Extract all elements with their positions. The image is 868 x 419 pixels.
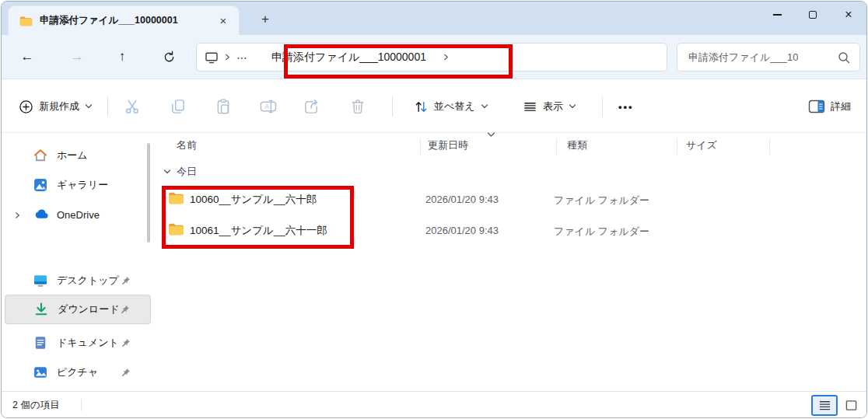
expand-chevron-icon[interactable] bbox=[14, 211, 21, 219]
close-icon: × bbox=[845, 9, 852, 21]
details-pane-icon bbox=[808, 99, 825, 114]
refresh-icon bbox=[163, 51, 176, 64]
back-button[interactable]: ← bbox=[13, 44, 41, 70]
downloads-icon bbox=[33, 302, 49, 317]
pictures-icon bbox=[33, 365, 48, 380]
search-icon bbox=[837, 51, 851, 68]
column-header-date[interactable]: 更新日時 bbox=[428, 138, 468, 152]
folder-icon bbox=[168, 191, 184, 208]
new-button[interactable]: 新規作成 bbox=[14, 80, 97, 133]
address-bar[interactable]: ⋯ 申請添付ファイル___10000001 bbox=[196, 43, 667, 72]
sidebar-scrollbar[interactable] bbox=[147, 143, 150, 243]
search-value: 申請添付ファイル___10 bbox=[688, 51, 798, 65]
breadcrumb-current-folder[interactable]: 申請添付ファイル___10000001 bbox=[271, 51, 426, 65]
sidebar-item-label: ピクチャ bbox=[57, 365, 98, 379]
more-options-button[interactable]: ••• bbox=[618, 80, 634, 133]
tab-bar: 申請添付ファイル___10000001 × + × bbox=[2, 2, 866, 35]
tab-title: 申請添付ファイル___10000001 bbox=[40, 14, 214, 27]
chevron-down-icon bbox=[569, 103, 576, 110]
column-divider[interactable] bbox=[556, 138, 557, 155]
sidebar-item-home[interactable]: ホーム bbox=[5, 142, 151, 168]
window-controls: × bbox=[759, 2, 866, 28]
sidebar-item-pictures[interactable]: ピクチャ bbox=[5, 359, 151, 385]
status-divider bbox=[81, 399, 82, 411]
refresh-button[interactable] bbox=[155, 44, 183, 70]
share-button[interactable] bbox=[303, 98, 320, 114]
status-bar: 2 個の項目 bbox=[2, 391, 866, 417]
cut-icon bbox=[124, 98, 141, 114]
sidebar-item-label: ドキュメント bbox=[57, 336, 119, 350]
minimize-icon bbox=[773, 14, 782, 15]
breadcrumb-overflow-button[interactable]: ⋯ bbox=[236, 51, 248, 64]
this-pc-icon bbox=[205, 51, 219, 65]
breadcrumb-chevron-icon bbox=[224, 53, 231, 61]
onedrive-cloud-icon bbox=[33, 208, 48, 223]
new-plus-icon bbox=[19, 100, 33, 114]
group-header-today[interactable]: 今日 bbox=[163, 165, 197, 179]
delete-button[interactable] bbox=[350, 98, 366, 114]
chevron-down-icon bbox=[481, 103, 488, 110]
file-date: 2026/01/20 9:43 bbox=[425, 225, 499, 236]
maximize-button[interactable] bbox=[795, 2, 831, 28]
file-name: 10061__サンプル__六十一郎 bbox=[190, 224, 327, 238]
close-button[interactable]: × bbox=[831, 2, 866, 28]
sort-button[interactable]: 並べ替え bbox=[409, 80, 493, 133]
column-header-name[interactable]: 名前 bbox=[177, 138, 197, 152]
sidebar-item-label: デスクトップ bbox=[57, 274, 119, 288]
icons-view-icon bbox=[845, 400, 858, 411]
sidebar-item-label: OneDrive bbox=[57, 209, 100, 221]
file-date: 2026/01/20 9:43 bbox=[425, 194, 499, 205]
view-button[interactable]: 表示 bbox=[518, 80, 581, 133]
up-button[interactable]: ↑ bbox=[108, 44, 136, 70]
file-list: 名前 更新日時 種類 サイズ 今日 10060__サンプル__六十郎 2026/… bbox=[157, 134, 866, 391]
toolbar-divider bbox=[107, 96, 108, 117]
details-label: 詳細 bbox=[831, 100, 851, 113]
file-type: ファイル フォルダー bbox=[554, 225, 649, 239]
sidebar-item-gallery[interactable]: ギャラリー bbox=[5, 172, 151, 197]
sidebar-item-onedrive[interactable]: OneDrive bbox=[5, 202, 151, 228]
column-header-type[interactable]: 種類 bbox=[567, 138, 587, 152]
folder-icon bbox=[168, 222, 184, 239]
home-icon bbox=[33, 148, 48, 163]
breadcrumb-chevron-icon bbox=[443, 53, 450, 61]
navigation-bar: ← → ↑ ⋯ 申請添付ファイル___10000001 申請添付ファイル___1… bbox=[2, 35, 866, 79]
rename-button[interactable]: A bbox=[260, 98, 278, 114]
gallery-icon bbox=[33, 177, 48, 193]
icons-view-toggle[interactable] bbox=[839, 395, 863, 416]
new-tab-button[interactable]: + bbox=[254, 9, 277, 30]
column-divider[interactable] bbox=[677, 138, 677, 155]
details-view-icon bbox=[818, 400, 831, 411]
paste-icon bbox=[215, 98, 232, 114]
copy-icon bbox=[170, 98, 187, 114]
minimize-button[interactable] bbox=[759, 2, 795, 28]
details-pane-button[interactable]: 詳細 bbox=[803, 80, 856, 133]
forward-button[interactable]: → bbox=[63, 44, 91, 70]
navigation-pane: ホーム ギャラリー OneDrive デスクトップ ダウンロード ドキュメント bbox=[2, 134, 157, 391]
pin-icon bbox=[120, 305, 130, 315]
trash-icon bbox=[350, 98, 366, 114]
documents-icon bbox=[33, 335, 48, 351]
cut-button[interactable] bbox=[124, 98, 141, 114]
toolbar-divider bbox=[392, 96, 393, 117]
sidebar-item-label: ダウンロード bbox=[58, 302, 120, 316]
sidebar-item-downloads[interactable]: ダウンロード bbox=[5, 295, 151, 324]
sort-arrows-icon bbox=[414, 100, 429, 114]
paste-button[interactable] bbox=[215, 98, 232, 114]
column-divider[interactable] bbox=[769, 138, 770, 155]
file-row[interactable]: 10060__サンプル__六十郎 2026/01/20 9:43 ファイル フォ… bbox=[157, 183, 856, 215]
column-divider[interactable] bbox=[420, 138, 421, 155]
folder-icon bbox=[19, 16, 33, 26]
maximize-icon bbox=[809, 11, 817, 19]
sidebar-item-documents[interactable]: ドキュメント bbox=[5, 330, 151, 355]
file-row[interactable]: 10061__サンプル__六十一郎 2026/01/20 9:43 ファイル フ… bbox=[157, 215, 856, 246]
tab-close-button[interactable]: × bbox=[214, 12, 233, 30]
copy-button[interactable] bbox=[170, 98, 187, 114]
share-icon bbox=[303, 98, 320, 114]
explorer-tab[interactable]: 申請添付ファイル___10000001 × bbox=[8, 5, 240, 35]
view-label: 表示 bbox=[543, 100, 563, 113]
sidebar-item-desktop[interactable]: デスクトップ bbox=[5, 267, 151, 293]
column-header-size[interactable]: サイズ bbox=[686, 138, 717, 152]
desktop-icon bbox=[33, 273, 48, 288]
details-view-toggle[interactable] bbox=[811, 395, 838, 416]
search-input[interactable]: 申請添付ファイル___10 bbox=[677, 43, 860, 72]
